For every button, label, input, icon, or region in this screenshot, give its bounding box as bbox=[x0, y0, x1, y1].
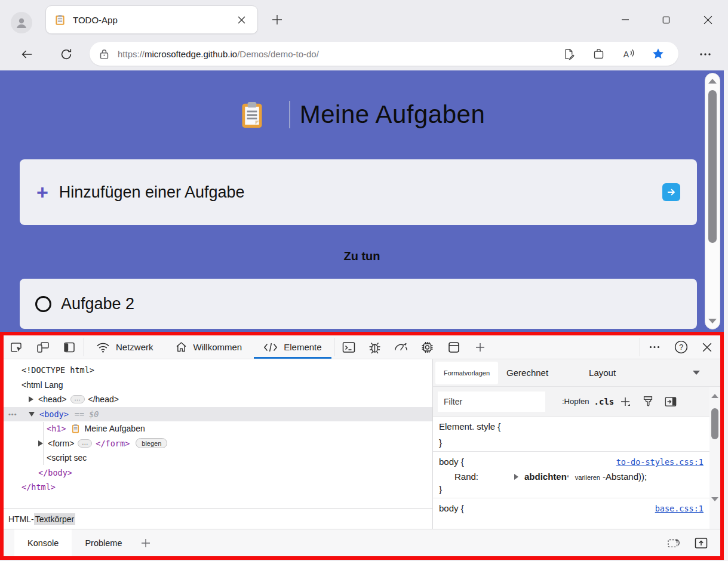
styles-tabbar: Formatvorlagen Gerechnet Layout bbox=[433, 359, 720, 387]
drawer-tab-problems[interactable]: Probleme bbox=[72, 529, 135, 556]
activity-bar-icon[interactable] bbox=[56, 335, 82, 359]
page-content: Meine Aufgaben + Hinzufügen einer Aufgab… bbox=[0, 70, 724, 332]
help-icon[interactable]: ? bbox=[668, 335, 694, 359]
url-field[interactable]: https://microsoftedge.github.io/Demos/de… bbox=[90, 42, 678, 66]
breadcrumb-body[interactable]: Textkörper bbox=[34, 513, 75, 525]
computed-sidebar-toggle-icon[interactable] bbox=[659, 391, 682, 412]
devtools-toolbar: Netzwerk Willkommen Elemente bbox=[4, 335, 720, 359]
dom-row-script[interactable]: <script sec bbox=[4, 451, 432, 466]
elements-tree-panel: <!DOCTYPE html> <html Lang <head> … </he… bbox=[4, 359, 433, 529]
browser-menu-icon[interactable] bbox=[695, 45, 715, 63]
drawer-tab-console[interactable]: Konsole bbox=[14, 529, 72, 556]
class-toggle[interactable]: .cls bbox=[594, 397, 615, 406]
scrollbar-thumb[interactable] bbox=[708, 90, 717, 243]
devtools-close-icon[interactable] bbox=[694, 335, 720, 359]
drawer-more-tabs-icon[interactable] bbox=[135, 529, 156, 556]
scroll-down-icon[interactable] bbox=[711, 497, 718, 501]
styles-scrollbar[interactable] bbox=[709, 387, 720, 529]
inspect-element-icon[interactable] bbox=[4, 335, 30, 359]
toolbar-divider bbox=[640, 338, 640, 356]
element-style-rule[interactable]: Element. style { } bbox=[433, 417, 709, 451]
dom-row-head[interactable]: <head> … </head> bbox=[4, 392, 432, 407]
clipboard-icon bbox=[239, 100, 265, 129]
expand-arrow-icon[interactable] bbox=[38, 440, 43, 446]
body-rule-todo-styles[interactable]: body { to-do-styles.css:1 Rand: abdichte… bbox=[433, 451, 709, 498]
scroll-up-icon[interactable] bbox=[711, 394, 718, 398]
clipboard-emoji-icon bbox=[71, 424, 80, 433]
tab-close-icon[interactable] bbox=[234, 12, 249, 27]
breadcrumb-html[interactable]: HTML- bbox=[8, 514, 34, 524]
task-checkbox[interactable] bbox=[35, 296, 51, 312]
brush-icon[interactable] bbox=[637, 391, 659, 412]
dollar-zero-hint: == $0 bbox=[75, 409, 99, 419]
dom-row-h1[interactable]: <h1> Meine Aufgaben bbox=[4, 421, 432, 436]
text-cursor bbox=[289, 101, 290, 128]
stylesheet-link[interactable]: base.css:1 bbox=[655, 504, 704, 513]
task-item[interactable]: Aufgabe 2 bbox=[20, 279, 697, 329]
console-panel-icon[interactable] bbox=[336, 335, 362, 359]
tab-network[interactable]: Netzwerk bbox=[85, 335, 164, 359]
collections-icon[interactable] bbox=[590, 45, 607, 62]
window-maximize-button[interactable] bbox=[657, 11, 675, 29]
tab-layout[interactable]: Layout bbox=[580, 362, 624, 384]
styles-filter-input[interactable] bbox=[438, 392, 545, 412]
dom-row-html-open[interactable]: <html Lang bbox=[4, 378, 432, 393]
chevron-down-icon[interactable] bbox=[693, 371, 700, 375]
flex-badge[interactable]: biegen bbox=[136, 438, 167, 448]
application-panel-icon[interactable] bbox=[441, 335, 467, 359]
back-button[interactable] bbox=[17, 44, 37, 64]
dom-row-doctype[interactable]: <!DOCTYPE html> bbox=[4, 363, 432, 378]
expand-arrow-icon[interactable] bbox=[514, 474, 518, 480]
add-task-field[interactable]: + Hinzufügen einer Aufgabe bbox=[20, 159, 697, 225]
page-scrollbar[interactable] bbox=[705, 73, 720, 329]
read-aloud-icon[interactable]: A bbox=[620, 45, 637, 62]
drawer-expand-icon[interactable] bbox=[694, 537, 708, 550]
refresh-button[interactable] bbox=[56, 44, 76, 64]
collapsed-content-icon[interactable]: … bbox=[78, 439, 92, 448]
memory-icon[interactable] bbox=[414, 335, 441, 359]
device-emulation-icon[interactable] bbox=[30, 335, 56, 359]
scroll-down-icon[interactable] bbox=[708, 319, 717, 323]
browser-tab[interactable]: TODO-App bbox=[45, 5, 258, 34]
performance-icon[interactable] bbox=[388, 335, 414, 359]
tab-computed[interactable]: Gerechnet bbox=[498, 362, 557, 384]
devtools-menu-icon[interactable] bbox=[641, 335, 668, 359]
window-edge bbox=[724, 70, 728, 561]
collapse-arrow-icon[interactable] bbox=[29, 412, 35, 417]
submit-task-button[interactable] bbox=[662, 183, 680, 201]
lock-icon bbox=[99, 48, 109, 60]
window-minimize-button[interactable] bbox=[616, 11, 634, 29]
drawer-restore-icon[interactable] bbox=[666, 537, 682, 550]
dom-row-body-close[interactable]: </body> bbox=[4, 466, 432, 480]
dom-row-body-selected[interactable]: ••• <body> == $0 bbox=[4, 407, 432, 422]
tab-welcome[interactable]: Willkommen bbox=[164, 335, 253, 359]
scrollbar-thumb[interactable] bbox=[711, 408, 718, 439]
toolbar-divider bbox=[334, 338, 334, 356]
home-icon bbox=[175, 341, 188, 353]
tab-welcome-label: Willkommen bbox=[193, 342, 242, 352]
profile-avatar[interactable] bbox=[11, 12, 32, 33]
pseudo-state-toggle[interactable]: :Hopfen bbox=[562, 397, 589, 406]
node-menu-dots[interactable]: ••• bbox=[8, 411, 17, 418]
svg-text:?: ? bbox=[678, 343, 683, 352]
wifi-icon bbox=[96, 341, 110, 353]
tab-strip: TODO-App bbox=[0, 0, 728, 37]
expand-arrow-icon[interactable] bbox=[29, 396, 33, 402]
new-tab-button[interactable] bbox=[268, 10, 287, 29]
body-rule-base-css[interactable]: body { base.css:1 bbox=[433, 498, 709, 517]
task-label: Aufgabe 2 bbox=[61, 295, 681, 313]
edit-page-icon[interactable] bbox=[560, 45, 577, 62]
css-property-margin[interactable]: Rand: abdichten* variieren -Abstand)); bbox=[439, 467, 704, 484]
window-close-button[interactable] bbox=[699, 11, 717, 29]
collapsed-content-icon[interactable]: … bbox=[70, 395, 85, 403]
new-style-rule-icon[interactable] bbox=[614, 391, 637, 412]
debugger-icon[interactable] bbox=[362, 335, 388, 359]
scroll-up-icon[interactable] bbox=[708, 79, 717, 84]
tab-elements[interactable]: Elemente bbox=[253, 335, 332, 359]
tab-styles[interactable]: Formatvorlagen bbox=[435, 362, 498, 384]
more-tools-plus-icon[interactable] bbox=[467, 335, 493, 359]
favorite-star-icon[interactable] bbox=[650, 45, 666, 62]
stylesheet-link[interactable]: to-do-styles.css:1 bbox=[616, 457, 704, 467]
dom-row-html-close[interactable]: </html> bbox=[4, 480, 432, 495]
dom-row-form[interactable]: <form> … </form> biegen bbox=[4, 436, 432, 451]
